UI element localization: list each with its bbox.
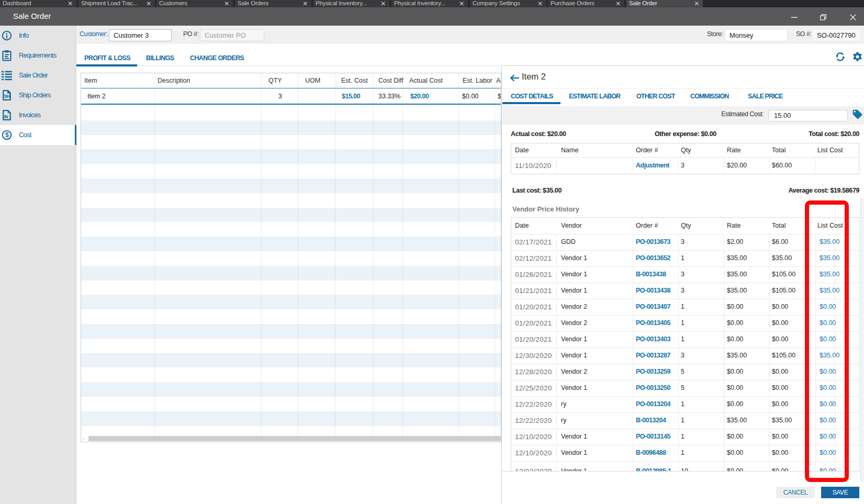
svg-text:IN: IN xyxy=(4,114,8,119)
svg-text:$: $ xyxy=(5,131,9,139)
svg-text:SH: SH xyxy=(4,93,10,99)
